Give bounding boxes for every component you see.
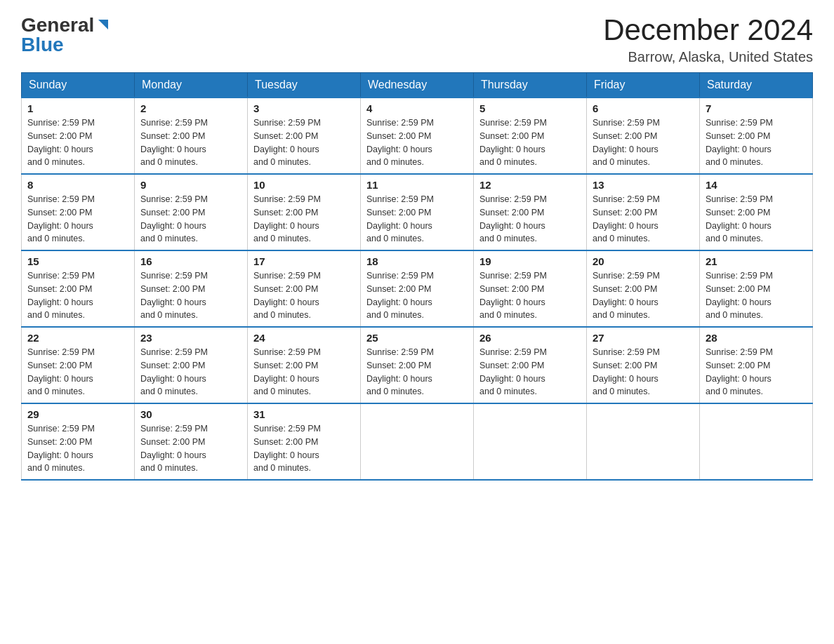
day-number: 16 (140, 255, 241, 267)
sunrise-text: Sunrise: 2:59 PM (253, 424, 321, 434)
calendar-cell: 16 Sunrise: 2:59 PM Sunset: 2:00 PM Dayl… (135, 250, 248, 327)
calendar-cell: 3 Sunrise: 2:59 PM Sunset: 2:00 PM Dayli… (248, 98, 361, 174)
daylight-text-2: and 0 minutes. (140, 310, 198, 320)
calendar-cell: 28 Sunrise: 2:59 PM Sunset: 2:00 PM Dayl… (700, 327, 813, 403)
sunrise-text: Sunrise: 2:59 PM (140, 194, 208, 204)
sunrise-text: Sunrise: 2:59 PM (366, 271, 434, 281)
sunset-text: Sunset: 2:00 PM (706, 131, 770, 141)
calendar-cell: 1 Sunrise: 2:59 PM Sunset: 2:00 PM Dayli… (22, 98, 135, 174)
day-info: Sunrise: 2:59 PM Sunset: 2:00 PM Dayligh… (479, 193, 581, 246)
page-header: General Blue December 2024 Barrow, Alask… (21, 14, 813, 65)
daylight-text: Daylight: 0 hours (706, 145, 772, 154)
daylight-text: Daylight: 0 hours (253, 221, 319, 231)
calendar-cell: 30 Sunrise: 2:59 PM Sunset: 2:00 PM Dayl… (135, 403, 248, 480)
daylight-text: Daylight: 0 hours (140, 297, 206, 307)
day-number: 17 (253, 255, 355, 267)
daylight-text: Daylight: 0 hours (253, 374, 319, 384)
daylight-text: Daylight: 0 hours (706, 221, 772, 231)
sunset-text: Sunset: 2:00 PM (706, 361, 770, 370)
daylight-text: Daylight: 0 hours (593, 374, 658, 384)
day-info: Sunrise: 2:59 PM Sunset: 2:00 PM Dayligh… (366, 116, 468, 169)
daylight-text: Daylight: 0 hours (253, 297, 319, 307)
sunrise-text: Sunrise: 2:59 PM (253, 347, 321, 357)
calendar-cell: 9 Sunrise: 2:59 PM Sunset: 2:00 PM Dayli… (135, 174, 248, 250)
day-number: 11 (366, 179, 468, 191)
daylight-text: Daylight: 0 hours (479, 374, 545, 384)
day-number: 14 (706, 179, 807, 191)
daylight-text-2: and 0 minutes. (27, 310, 85, 320)
sunrise-text: Sunrise: 2:59 PM (706, 347, 773, 357)
daylight-text: Daylight: 0 hours (366, 374, 432, 384)
sunrise-text: Sunrise: 2:59 PM (140, 118, 208, 128)
daylight-text-2: and 0 minutes. (140, 157, 198, 167)
calendar-week-4: 22 Sunrise: 2:59 PM Sunset: 2:00 PM Dayl… (22, 327, 813, 403)
daylight-text: Daylight: 0 hours (366, 221, 432, 231)
sunrise-text: Sunrise: 2:59 PM (593, 347, 660, 357)
sunset-text: Sunset: 2:00 PM (140, 131, 205, 141)
daylight-text: Daylight: 0 hours (706, 374, 772, 384)
sunrise-text: Sunrise: 2:59 PM (706, 194, 773, 204)
day-number: 19 (479, 255, 581, 267)
day-info: Sunrise: 2:59 PM Sunset: 2:00 PM Dayligh… (27, 269, 128, 322)
day-number: 7 (706, 102, 807, 114)
daylight-text: Daylight: 0 hours (366, 297, 432, 307)
day-info: Sunrise: 2:59 PM Sunset: 2:00 PM Dayligh… (706, 346, 807, 398)
calendar-cell: 27 Sunrise: 2:59 PM Sunset: 2:00 PM Dayl… (587, 327, 700, 403)
daylight-text: Daylight: 0 hours (593, 297, 658, 307)
logo-blue-text: Blue (21, 34, 64, 56)
sunset-text: Sunset: 2:00 PM (253, 361, 318, 370)
day-info: Sunrise: 2:59 PM Sunset: 2:00 PM Dayligh… (706, 193, 807, 246)
daylight-text: Daylight: 0 hours (27, 374, 93, 384)
sunrise-text: Sunrise: 2:59 PM (140, 271, 208, 281)
day-info: Sunrise: 2:59 PM Sunset: 2:00 PM Dayligh… (27, 422, 128, 475)
calendar-cell: 7 Sunrise: 2:59 PM Sunset: 2:00 PM Dayli… (700, 98, 813, 174)
sunrise-text: Sunrise: 2:59 PM (593, 271, 660, 281)
daylight-text-2: and 0 minutes. (253, 157, 311, 167)
day-info: Sunrise: 2:59 PM Sunset: 2:00 PM Dayligh… (140, 116, 241, 169)
daylight-text-2: and 0 minutes. (27, 463, 85, 473)
sunset-text: Sunset: 2:00 PM (27, 208, 92, 217)
sunset-text: Sunset: 2:00 PM (479, 131, 544, 141)
day-number: 23 (140, 332, 241, 344)
daylight-text-2: and 0 minutes. (706, 310, 763, 320)
header-saturday: Saturday (700, 73, 813, 98)
sunrise-text: Sunrise: 2:59 PM (27, 118, 95, 128)
sunset-text: Sunset: 2:00 PM (479, 284, 544, 294)
day-info: Sunrise: 2:59 PM Sunset: 2:00 PM Dayligh… (706, 269, 807, 322)
daylight-text: Daylight: 0 hours (27, 450, 93, 460)
daylight-text-2: and 0 minutes. (253, 310, 311, 320)
day-number: 25 (366, 332, 468, 344)
day-number: 6 (593, 102, 694, 114)
calendar-cell: 21 Sunrise: 2:59 PM Sunset: 2:00 PM Dayl… (700, 250, 813, 327)
day-info: Sunrise: 2:59 PM Sunset: 2:00 PM Dayligh… (706, 116, 807, 169)
daylight-text-2: and 0 minutes. (27, 387, 85, 396)
calendar-cell: 8 Sunrise: 2:59 PM Sunset: 2:00 PM Dayli… (22, 174, 135, 250)
daylight-text-2: and 0 minutes. (27, 234, 85, 243)
calendar-cell (587, 403, 700, 480)
sunset-text: Sunset: 2:00 PM (479, 208, 544, 217)
title-section: December 2024 Barrow, Alaska, United Sta… (603, 14, 813, 65)
sunset-text: Sunset: 2:00 PM (140, 208, 205, 217)
header-wednesday: Wednesday (361, 73, 474, 98)
daylight-text: Daylight: 0 hours (253, 450, 319, 460)
daylight-text-2: and 0 minutes. (140, 234, 198, 243)
sunset-text: Sunset: 2:00 PM (593, 208, 657, 217)
day-number: 4 (366, 102, 468, 114)
day-number: 18 (366, 255, 468, 267)
calendar-table: Sunday Monday Tuesday Wednesday Thursday… (21, 72, 813, 481)
calendar-cell: 29 Sunrise: 2:59 PM Sunset: 2:00 PM Dayl… (22, 403, 135, 480)
day-info: Sunrise: 2:59 PM Sunset: 2:00 PM Dayligh… (479, 269, 581, 322)
sunrise-text: Sunrise: 2:59 PM (366, 194, 434, 204)
daylight-text-2: and 0 minutes. (706, 157, 763, 167)
daylight-text: Daylight: 0 hours (479, 145, 545, 154)
day-info: Sunrise: 2:59 PM Sunset: 2:00 PM Dayligh… (593, 346, 694, 398)
calendar-cell: 31 Sunrise: 2:59 PM Sunset: 2:00 PM Dayl… (248, 403, 361, 480)
header-thursday: Thursday (474, 73, 587, 98)
daylight-text: Daylight: 0 hours (366, 145, 432, 154)
daylight-text-2: and 0 minutes. (593, 310, 650, 320)
weekday-header-row: Sunday Monday Tuesday Wednesday Thursday… (22, 73, 813, 98)
daylight-text: Daylight: 0 hours (27, 297, 93, 307)
day-info: Sunrise: 2:59 PM Sunset: 2:00 PM Dayligh… (140, 269, 241, 322)
sunrise-text: Sunrise: 2:59 PM (27, 194, 95, 204)
sunrise-text: Sunrise: 2:59 PM (253, 271, 321, 281)
